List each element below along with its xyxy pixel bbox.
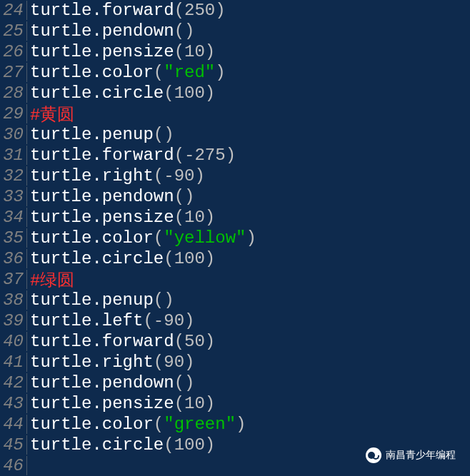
token-num: 100 — [174, 249, 205, 268]
code-line[interactable]: 43turtle.pensize(10) — [0, 393, 470, 414]
token-paren: ( — [164, 249, 174, 268]
code-content[interactable]: turtle.forward(50) — [27, 332, 215, 351]
code-line[interactable]: 38turtle.penup() — [0, 290, 470, 310]
code-content[interactable]: turtle.circle(100) — [27, 83, 215, 103]
token-paren: ) — [194, 166, 204, 186]
token-fn: turtle.color — [30, 63, 154, 82]
code-content[interactable]: turtle.circle(100) — [27, 249, 215, 268]
code-line[interactable]: 31turtle.forward(-275) — [0, 145, 470, 166]
code-line[interactable]: 28turtle.circle(100) — [0, 83, 470, 103]
line-number: 26 — [0, 42, 27, 61]
token-num: 10 — [184, 42, 205, 61]
code-content[interactable]: turtle.penup() — [27, 125, 174, 144]
code-content[interactable]: turtle.penup() — [27, 290, 174, 310]
token-num: -90 — [154, 311, 184, 330]
code-line[interactable]: 41turtle.right(90) — [0, 352, 470, 373]
code-content[interactable]: turtle.forward(-275) — [27, 146, 236, 165]
line-number: 35 — [0, 228, 27, 248]
token-num: 90 — [164, 353, 184, 372]
code-line[interactable]: 27turtle.color("red") — [0, 62, 470, 83]
token-paren: ( — [174, 146, 184, 165]
line-number: 46 — [0, 456, 27, 475]
watermark: 南昌青少年编程 — [366, 447, 456, 463]
token-fn: turtle.pendown — [30, 187, 174, 206]
line-number: 34 — [0, 208, 27, 227]
token-paren: ) — [205, 83, 215, 103]
token-paren: () — [154, 125, 174, 144]
line-number: 30 — [0, 125, 27, 144]
code-content[interactable]: turtle.color("yellow") — [27, 228, 256, 248]
code-content[interactable]: turtle.forward(250) — [27, 1, 226, 20]
code-content[interactable]: turtle.color("green") — [27, 415, 246, 434]
line-number: 33 — [0, 187, 27, 206]
code-line[interactable]: 33turtle.pendown() — [0, 186, 470, 207]
code-content[interactable]: turtle.pensize(10) — [27, 394, 215, 413]
line-number: 31 — [0, 146, 27, 165]
code-line[interactable]: 44turtle.color("green") — [0, 414, 470, 435]
code-content[interactable]: turtle.pendown() — [27, 21, 194, 41]
line-number: 25 — [0, 21, 27, 41]
token-num: 100 — [174, 83, 205, 103]
token-paren: ( — [174, 332, 184, 351]
code-content[interactable]: #黄圆 — [27, 103, 74, 126]
line-number: 37 — [0, 270, 27, 289]
token-fn: turtle.pensize — [30, 42, 174, 61]
token-paren: ) — [246, 228, 256, 248]
token-paren: () — [154, 290, 174, 310]
code-line[interactable]: 40turtle.forward(50) — [0, 331, 470, 352]
token-paren: () — [174, 21, 195, 41]
code-content[interactable]: turtle.right(90) — [27, 353, 194, 372]
line-number: 45 — [0, 435, 27, 455]
token-fn: turtle.forward — [30, 332, 174, 351]
code-content[interactable]: turtle.pendown() — [27, 373, 194, 393]
code-line[interactable]: 42turtle.pendown() — [0, 373, 470, 393]
code-line[interactable]: 24turtle.forward(250) — [0, 0, 470, 21]
code-line[interactable]: 25turtle.pendown() — [0, 21, 470, 41]
line-number: 24 — [0, 1, 27, 20]
token-paren: ) — [205, 435, 215, 455]
code-content[interactable]: turtle.right(-90) — [27, 166, 205, 186]
code-content[interactable]: #绿圆 — [27, 268, 74, 291]
code-line[interactable]: 29#黄圆 — [0, 103, 470, 124]
code-line[interactable]: 30turtle.penup() — [0, 124, 470, 145]
code-line[interactable]: 36turtle.circle(100) — [0, 248, 470, 269]
line-number: 40 — [0, 332, 27, 351]
code-line[interactable]: 39turtle.left(-90) — [0, 310, 470, 331]
token-fn: turtle.pendown — [30, 373, 174, 393]
token-paren: ( — [174, 394, 184, 413]
token-fn: turtle.penup — [30, 290, 154, 310]
token-paren: ) — [215, 63, 225, 82]
code-line[interactable]: 26turtle.pensize(10) — [0, 41, 470, 62]
line-number: 38 — [0, 290, 27, 310]
token-paren: ( — [174, 208, 184, 227]
code-line[interactable]: 32turtle.right(-90) — [0, 166, 470, 186]
code-editor[interactable]: 24turtle.forward(250)25turtle.pendown()2… — [0, 0, 470, 476]
code-line[interactable]: 34turtle.pensize(10) — [0, 207, 470, 228]
code-content[interactable]: turtle.circle(100) — [27, 435, 215, 455]
line-number: 44 — [0, 415, 27, 434]
code-line[interactable]: 37#绿圆 — [0, 269, 470, 290]
code-content[interactable]: turtle.pendown() — [27, 187, 194, 206]
code-content[interactable]: turtle.color("red") — [27, 63, 226, 82]
token-paren: ) — [205, 394, 215, 413]
token-str: "green" — [164, 415, 236, 434]
code-line[interactable]: 35turtle.color("yellow") — [0, 228, 470, 248]
token-fn: turtle.color — [30, 415, 154, 434]
line-number: 41 — [0, 353, 27, 372]
token-num: 10 — [184, 208, 205, 227]
token-fn: turtle.circle — [30, 83, 164, 103]
line-number: 28 — [0, 83, 27, 103]
token-fn: turtle.pensize — [30, 208, 174, 227]
token-paren: ( — [154, 63, 164, 82]
token-num: 10 — [184, 394, 205, 413]
code-content[interactable]: turtle.pensize(10) — [27, 42, 215, 61]
code-content[interactable]: turtle.left(-90) — [27, 311, 194, 330]
token-fn: turtle.forward — [30, 1, 174, 20]
token-paren: () — [174, 373, 195, 393]
code-content[interactable]: turtle.pensize(10) — [27, 208, 215, 227]
token-paren: ( — [154, 166, 164, 186]
token-fn: turtle.color — [30, 228, 154, 248]
wechat-icon — [366, 447, 381, 463]
token-paren: ( — [154, 353, 164, 372]
token-num: -90 — [164, 166, 194, 186]
